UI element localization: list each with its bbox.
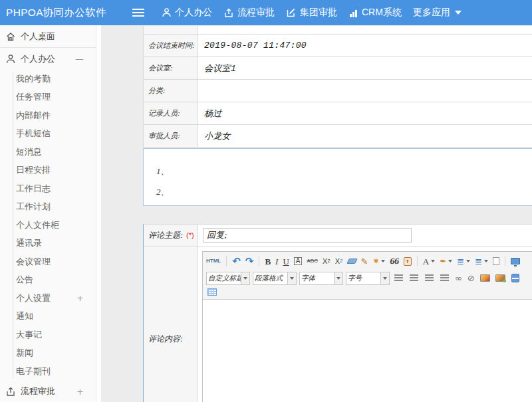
expand-icon[interactable]: + xyxy=(76,293,84,303)
field-label: 记录人员: xyxy=(144,102,198,124)
divider xyxy=(96,25,101,402)
sidebar-item-notice[interactable]: 通知 xyxy=(0,308,96,326)
underline-button[interactable]: U xyxy=(283,257,289,266)
sidebar-item-file-cabinet[interactable]: 个人文件柜 xyxy=(0,216,96,235)
field-value: 杨过 xyxy=(198,102,532,124)
meeting-detail-table: 会议结束时间: 2019-08-07 11:47:00 会议室: 会议室1 分类… xyxy=(143,26,532,148)
sidebar-item-workflow-approval[interactable]: 流程审批 + xyxy=(0,381,96,402)
menu-toggle-icon[interactable] xyxy=(132,9,144,17)
person-icon xyxy=(5,54,16,64)
unordered-list-button[interactable]: ≣ xyxy=(475,257,488,266)
edit-icon xyxy=(286,7,297,18)
nav-group-approval[interactable]: 集团审批 xyxy=(286,7,337,19)
sidebar-item-work-plan[interactable]: 工作计划 xyxy=(0,198,96,217)
subscript-button[interactable]: X2 xyxy=(335,258,343,265)
nav-crm-system[interactable]: CRM系统 xyxy=(348,7,402,19)
redo-button[interactable]: ↷ xyxy=(245,256,254,266)
sidebar-item-desktop[interactable]: 个人桌面 xyxy=(0,25,96,47)
field-value: 会议室1 xyxy=(198,57,532,79)
sidebar-item-short-message[interactable]: 短消息 xyxy=(0,143,96,161)
insert-media-button[interactable] xyxy=(511,274,519,282)
sidebar-item-milestones[interactable]: 大事记 xyxy=(0,326,96,344)
minutes-line: 1、 xyxy=(156,161,532,181)
align-left-button[interactable] xyxy=(394,274,403,282)
insert-table-button[interactable] xyxy=(207,288,217,296)
bold-button[interactable]: B xyxy=(265,257,271,266)
align-center-button[interactable] xyxy=(410,274,418,282)
bar-chart-icon xyxy=(348,8,358,18)
source-code-button[interactable]: HTML xyxy=(206,258,221,264)
minutes-line: 2、 xyxy=(156,181,532,202)
chevron-down-icon xyxy=(455,11,462,15)
italic-button[interactable]: I xyxy=(275,257,278,266)
person-icon xyxy=(162,7,172,18)
paste-text-button[interactable]: T xyxy=(404,257,412,266)
font-family-dropdown[interactable]: 字体 xyxy=(299,272,343,285)
top-nav: 个人办公 流程审批 集团审批 CRM系统 更多应用 xyxy=(162,0,462,25)
app-logo: PHPOA协同办公软件 xyxy=(6,0,106,25)
sidebar-item-internal-mail[interactable]: 内部邮件 xyxy=(0,106,96,125)
undo-button[interactable]: ↶ xyxy=(232,256,241,266)
expand-icon[interactable]: + xyxy=(76,387,84,397)
font-border-button[interactable]: A xyxy=(294,257,303,265)
field-label: 会议室: xyxy=(144,57,198,79)
nav-personal-office[interactable]: 个人办公 xyxy=(162,7,212,19)
sidebar-item-personal-settings[interactable]: 个人设置+ xyxy=(0,289,96,308)
sidebar-item-announcement[interactable]: 公告 xyxy=(0,271,96,290)
meeting-minutes-box: 1、 2、 xyxy=(143,148,532,206)
nav-workflow-approval[interactable]: 流程审批 xyxy=(223,7,275,19)
align-justify-button[interactable] xyxy=(440,274,449,282)
required-mark: (*) xyxy=(186,231,194,239)
fullscreen-button[interactable] xyxy=(511,258,520,264)
new-page-button[interactable] xyxy=(493,257,499,265)
remove-format-button[interactable] xyxy=(346,258,358,264)
sidebar-item-work-log[interactable]: 工作日志 xyxy=(0,179,96,198)
upload-icon xyxy=(223,7,234,18)
table-row xyxy=(144,26,532,35)
sidebar-item-meeting-management[interactable]: 会议管理 xyxy=(0,252,96,271)
align-right-button[interactable] xyxy=(425,274,434,282)
highlight-color-button[interactable]: ✒ xyxy=(440,257,452,265)
format-brush-button[interactable]: ✎ xyxy=(361,257,368,266)
link-button[interactable]: ∞ xyxy=(455,273,462,283)
sidebar: 个人桌面 个人办公 — 我的考勤 任务管理 内部邮件 手机短信 短消息 日程安排… xyxy=(0,25,96,402)
sidebar-item-personal-office[interactable]: 个人办公 — xyxy=(0,48,96,70)
field-value: 小龙女 xyxy=(198,125,532,147)
insert-picture-button[interactable] xyxy=(495,274,505,282)
blockquote-button[interactable]: 66 xyxy=(390,258,400,265)
comment-subject-input[interactable]: 回复; xyxy=(203,228,412,243)
collapse-icon[interactable]: — xyxy=(75,54,84,64)
sidebar-item-schedule[interactable]: 日程安排 xyxy=(0,161,96,180)
paragraph-format-dropdown[interactable]: 段落格式 xyxy=(253,272,297,285)
sidebar-item-e-journal[interactable]: 电子期刊 xyxy=(0,362,96,381)
insert-image-button[interactable] xyxy=(480,274,490,282)
top-bar: PHPOA协同办公软件 个人办公 流程审批 集团审批 CRM系统 更多应用 xyxy=(0,0,532,25)
ordered-list-button[interactable]: ≣ xyxy=(457,257,470,266)
sidebar-item-attendance[interactable]: 我的考勤 xyxy=(0,70,96,88)
table-row: 分类: xyxy=(144,80,532,102)
field-label: 分类: xyxy=(144,80,198,102)
unlink-button[interactable]: ⊘ xyxy=(467,273,475,283)
custom-title-dropdown[interactable]: 自定义标题 xyxy=(206,272,250,285)
editor-toolbar: HTML ↶ ↷ B I U A ABC X2 X2 xyxy=(203,252,532,300)
auto-typeset-button[interactable]: ✷ xyxy=(372,257,385,265)
comment-subject-label: 评论主题: (*) xyxy=(144,225,198,246)
sidebar-item-sms[interactable]: 手机短信 xyxy=(0,125,96,144)
field-label: 会议结束时间: xyxy=(144,35,198,56)
font-size-dropdown[interactable]: 字号 xyxy=(346,272,390,285)
table-row: 会议结束时间: 2019-08-07 11:47:00 xyxy=(144,35,532,57)
sidebar-submenu: 我的考勤 任务管理 内部邮件 手机短信 短消息 日程安排 工作日志 工作计划 个… xyxy=(0,70,96,381)
superscript-button[interactable]: X2 xyxy=(323,258,331,265)
comment-content-label: 评论内容: xyxy=(144,247,198,402)
table-row: 审批人员: 小龙女 xyxy=(144,125,532,148)
editor-content-area[interactable] xyxy=(203,300,532,402)
home-icon xyxy=(5,31,16,42)
table-row: 会议室: 会议室1 xyxy=(144,57,532,80)
sidebar-item-news[interactable]: 新闻 xyxy=(0,344,96,363)
font-color-button[interactable]: A xyxy=(423,257,435,266)
nav-more-apps[interactable]: 更多应用 xyxy=(413,7,462,19)
strikethrough-button[interactable]: ABC xyxy=(307,258,317,264)
sidebar-item-tasks[interactable]: 任务管理 xyxy=(0,88,96,107)
upload-icon xyxy=(5,386,16,397)
sidebar-item-contacts[interactable]: 通讯录 xyxy=(0,235,96,253)
